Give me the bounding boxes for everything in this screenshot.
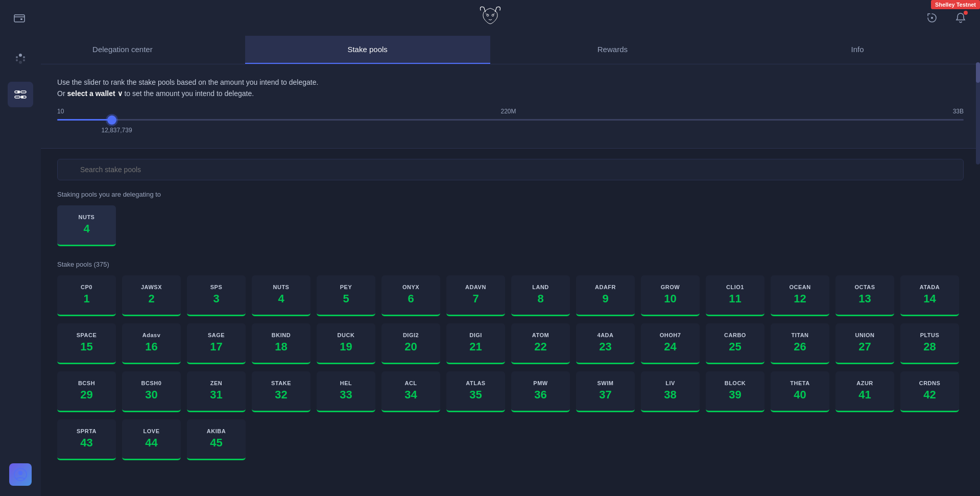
stake-pool-card[interactable]: UNION 27 — [835, 323, 894, 364]
tab-rewards[interactable]: Rewards — [490, 36, 735, 64]
stake-pool-card[interactable]: OCEAN 12 — [771, 275, 829, 316]
stake-pool-card[interactable]: SPS 3 — [187, 275, 246, 316]
stake-pool-card[interactable]: JAWSX 2 — [122, 275, 181, 316]
pool-name: PEY — [340, 284, 352, 290]
stake-pool-card[interactable]: LAND 8 — [511, 275, 570, 316]
stake-pool-card[interactable]: CP0 1 — [57, 275, 116, 316]
stake-pool-card[interactable]: BLOCK 39 — [706, 371, 764, 412]
pool-name: OHOH7 — [660, 332, 681, 338]
sidebar-item-loading — [8, 46, 33, 72]
stake-pool-card[interactable]: DIGI2 20 — [381, 323, 440, 364]
svg-rect-0 — [14, 15, 25, 22]
stake-pool-card[interactable]: ATADA 14 — [900, 275, 959, 316]
stake-pool-card[interactable]: STAKE 32 — [252, 371, 310, 412]
stake-pool-card[interactable]: NUTS 4 — [252, 275, 310, 316]
svg-point-9 — [16, 56, 18, 58]
sidebar-avatar[interactable] — [9, 463, 32, 486]
pool-number: 7 — [472, 292, 479, 305]
svg-line-4 — [485, 14, 487, 14]
stake-pool-card[interactable]: PLTUS 28 — [900, 323, 959, 364]
stake-pool-card[interactable]: SAGE 17 — [187, 323, 246, 364]
sidebar-item-settings[interactable] — [8, 82, 33, 107]
stake-pool-card[interactable]: DUCK 19 — [317, 323, 375, 364]
select-wallet-link[interactable]: select a wallet ∨ — [67, 89, 122, 98]
stake-pool-card[interactable]: PMW 36 — [511, 371, 570, 412]
stake-pool-card[interactable]: AZUR 41 — [835, 371, 894, 412]
select-wallet-prefix: Or — [57, 89, 67, 98]
pool-name: BKIND — [272, 332, 291, 338]
pool-name: SWIM — [597, 380, 614, 386]
pool-number: 25 — [729, 340, 741, 353]
nav-tabs: Delegation center Stake pools Rewards In… — [0, 36, 980, 64]
stake-pool-card[interactable]: ADAFR 9 — [576, 275, 635, 316]
pool-number: 32 — [275, 388, 287, 401]
delegating-section: Staking pools you are delegating to NUTS… — [41, 191, 980, 261]
stake-pool-card[interactable]: CLIO1 11 — [706, 275, 764, 316]
svg-point-12 — [19, 61, 22, 64]
stake-pool-card[interactable]: SPRTA 43 — [57, 419, 116, 460]
stake-pool-card[interactable]: BCSH 29 — [57, 371, 116, 412]
stake-pool-card[interactable]: ONYX 6 — [381, 275, 440, 316]
stake-pool-card[interactable]: 4ADA 23 — [576, 323, 635, 364]
stake-pool-card[interactable]: PEY 5 — [317, 275, 375, 316]
slider-section: Use the slider to rank the stake pools b… — [41, 64, 980, 149]
pool-number: 30 — [145, 388, 157, 401]
stake-pool-card[interactable]: ZEN 31 — [187, 371, 246, 412]
pool-number: 39 — [729, 388, 741, 401]
scrollbar-thumb[interactable] — [976, 62, 980, 83]
network-badge: Shelley Testnet — [931, 0, 980, 9]
stake-pool-card[interactable]: ADAVN 7 — [446, 275, 505, 316]
pool-name: SAGE — [208, 332, 225, 338]
pool-number: 4 — [278, 292, 284, 305]
scrollbar[interactable] — [976, 62, 980, 164]
tab-info[interactable]: Info — [735, 36, 980, 64]
stake-pools-section: Stake pools (375) CP0 1 JAWSX 2 SPS 3 NU… — [41, 261, 980, 475]
search-input[interactable] — [57, 159, 964, 180]
stake-pool-card[interactable]: SPACE 15 — [57, 323, 116, 364]
slider-thumb[interactable] — [107, 115, 116, 125]
pool-name: DUCK — [338, 332, 355, 338]
stake-pool-card[interactable]: LIV 38 — [641, 371, 700, 412]
stake-pool-card[interactable]: DIGI 21 — [446, 323, 505, 364]
pool-number: 3 — [213, 292, 219, 305]
sync-icon[interactable] — [923, 9, 941, 27]
pool-name: PMW — [533, 380, 547, 386]
pool-name: ATADA — [920, 284, 940, 290]
stake-pool-card[interactable]: CARBO 25 — [706, 323, 764, 364]
pool-number: 24 — [664, 340, 676, 353]
delegating-pool-card[interactable]: NUTS 4 — [57, 205, 116, 246]
pool-name: LIV — [665, 380, 675, 386]
stake-pool-card[interactable]: ACL 34 — [381, 371, 440, 412]
stake-pool-card[interactable]: CRDNS 42 — [900, 371, 959, 412]
bell-icon[interactable] — [951, 9, 970, 27]
stake-pool-card[interactable]: Adasv 16 — [122, 323, 181, 364]
tab-stake-pools[interactable]: Stake pools — [245, 36, 490, 64]
stake-pool-card[interactable]: ATLAS 35 — [446, 371, 505, 412]
stake-pool-card[interactable]: OCTAS 13 — [835, 275, 894, 316]
pool-number: 44 — [145, 436, 157, 450]
stake-pool-card[interactable]: BCSH0 30 — [122, 371, 181, 412]
pool-number: 40 — [794, 388, 806, 401]
slider-instruction: Use the slider to rank the stake pools b… — [57, 77, 964, 100]
stake-pool-card[interactable]: HEL 33 — [317, 371, 375, 412]
stake-pool-card[interactable]: ATOM 22 — [511, 323, 570, 364]
pool-name: ADAVN — [465, 284, 486, 290]
pool-name: PLTUS — [920, 332, 940, 338]
wallet-icon[interactable] — [10, 9, 29, 27]
stake-pool-card[interactable]: SWIM 37 — [576, 371, 635, 412]
stake-pool-card[interactable]: OHOH7 24 — [641, 323, 700, 364]
pool-number: 27 — [858, 340, 871, 353]
svg-line-5 — [493, 14, 495, 14]
stake-pool-card[interactable]: TITAN 26 — [771, 323, 829, 364]
svg-point-11 — [16, 59, 18, 61]
slider-container[interactable] — [57, 119, 964, 121]
slider-mid-label: 220M — [500, 108, 516, 115]
stake-pool-card[interactable]: GROW 10 — [641, 275, 700, 316]
stake-pool-card[interactable]: THETA 40 — [771, 371, 829, 412]
pool-number: 21 — [469, 340, 482, 353]
pool-name: HEL — [340, 380, 352, 386]
stake-pool-card[interactable]: BKIND 18 — [252, 323, 310, 364]
stake-pool-card[interactable]: LOVE 44 — [122, 419, 181, 460]
stake-pool-card[interactable]: AKIBA 45 — [187, 419, 246, 460]
scroll-area[interactable]: Use the slider to rank the stake pools b… — [41, 64, 980, 496]
